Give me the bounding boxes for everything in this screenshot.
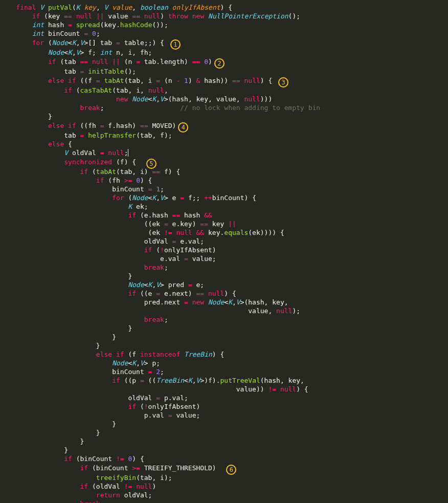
type-K: K <box>76 4 80 11</box>
annotation-badge-1: 1 <box>170 39 181 50</box>
type-V: V <box>40 4 44 11</box>
punct: ) { <box>220 4 232 11</box>
param-onlyIfAbsent: onlyIfAbsent <box>172 4 220 11</box>
annotation-badge-2: 2 <box>214 58 225 69</box>
annotation-badge-5: 5 <box>146 159 156 169</box>
type-boolean: boolean <box>140 4 168 11</box>
type-V: V <box>104 4 108 11</box>
method-putVal: putVal <box>48 4 72 11</box>
annotation-badge-3: 3 <box>278 77 288 88</box>
keyword-final: final <box>16 4 36 11</box>
keyword-if: if <box>32 12 40 20</box>
code-block[interactable]: final V putVal(K key, V value, boolean o… <box>0 3 448 503</box>
annotation-badge-6: 6 <box>226 465 236 475</box>
text-caret: ; <box>124 149 129 157</box>
param-value: value <box>112 4 132 11</box>
comment: // no lock when adding to empty bin <box>180 104 320 112</box>
param-key: key <box>84 4 96 11</box>
type-NullPointerException: NullPointerException <box>208 12 288 20</box>
annotation-badge-4: 4 <box>178 122 188 133</box>
